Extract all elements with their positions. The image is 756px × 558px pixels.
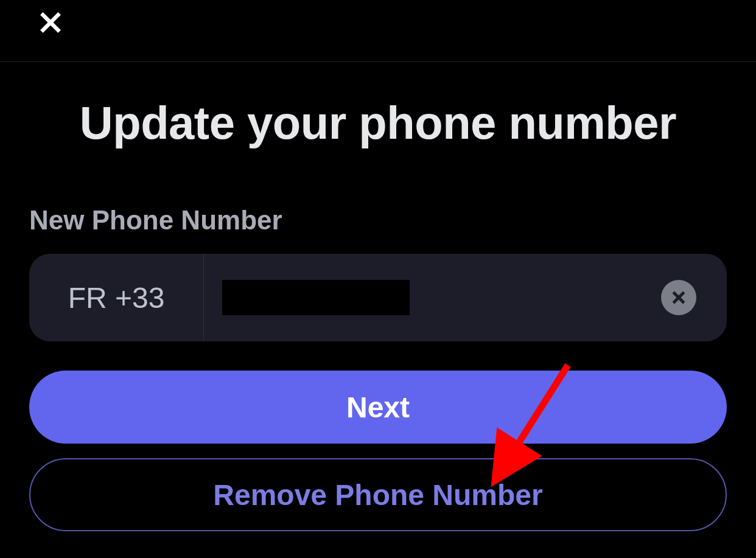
country-code-selector[interactable]: FR +33 [29,254,204,341]
next-button[interactable]: Next [29,371,727,444]
phone-label: New Phone Number [29,205,727,235]
country-code-text: FR +33 [68,281,165,315]
remove-button[interactable]: Remove Phone Number [29,458,727,531]
main-content: Update your phone number New Phone Numbe… [0,96,756,531]
clear-button[interactable] [661,280,696,315]
phone-input-container: FR +33 [29,254,727,341]
clear-icon [670,288,688,307]
page-title: Update your phone number [29,96,727,149]
header-bar [0,0,756,62]
close-button[interactable] [37,9,65,37]
phone-number-input[interactable] [204,254,727,341]
close-icon [37,9,64,36]
phone-number-redacted [222,280,410,315]
